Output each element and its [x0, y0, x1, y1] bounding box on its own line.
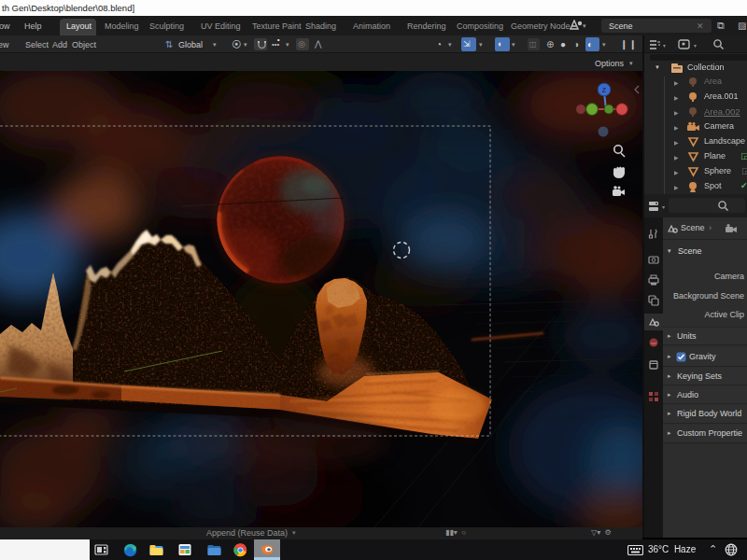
svg-text:Z: Z	[602, 87, 607, 93]
